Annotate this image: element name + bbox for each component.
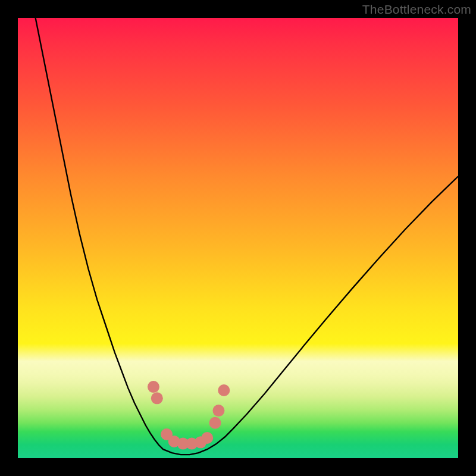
data-dot xyxy=(212,405,224,416)
data-dot xyxy=(209,417,221,429)
data-dot xyxy=(218,384,230,396)
data-dot xyxy=(201,432,213,444)
dots-group xyxy=(148,381,230,449)
chart-frame: TheBottleneck.com xyxy=(0,0,476,476)
data-dot xyxy=(151,392,163,404)
plot-area xyxy=(18,18,458,458)
bottleneck-curve xyxy=(36,18,458,455)
data-dot xyxy=(148,381,159,393)
watermark-text: TheBottleneck.com xyxy=(362,2,471,17)
curve-layer xyxy=(18,18,458,458)
